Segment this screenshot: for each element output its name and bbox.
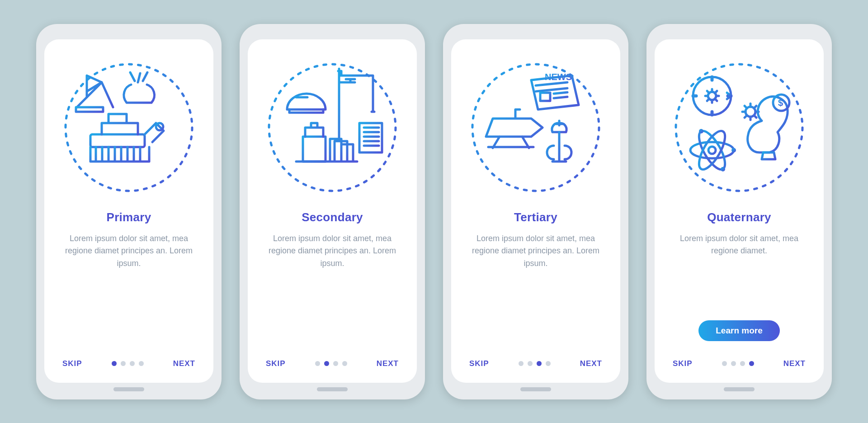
nav-row: SKIP NEXT <box>60 359 198 374</box>
home-indicator <box>113 387 144 391</box>
learn-more-button[interactable]: Learn more <box>698 320 779 341</box>
onboarding-screen: $ Quaternary Lorem ipsum dolor sit amet,… <box>655 39 824 383</box>
page-indicator <box>519 361 551 366</box>
primary-illustration-icon <box>59 57 199 198</box>
page-dot[interactable] <box>342 361 347 366</box>
skip-button[interactable]: SKIP <box>266 359 286 368</box>
nav-row: SKIP NEXT <box>263 359 401 374</box>
screen-description: Lorem ipsum dolor sit amet, mea regione … <box>670 233 808 258</box>
phone-notch <box>316 32 348 37</box>
home-indicator <box>520 387 551 391</box>
next-button[interactable]: NEXT <box>377 359 399 368</box>
nav-row: SKIP NEXT <box>467 359 605 374</box>
next-button[interactable]: NEXT <box>580 359 602 368</box>
page-dot[interactable] <box>722 361 727 366</box>
phone-mockup: NEWS Tertiary Lorem ipsum dolor sit amet… <box>443 24 628 399</box>
page-indicator <box>112 361 144 366</box>
page-dot[interactable] <box>519 361 524 366</box>
onboarding-screen: Secondary Lorem ipsum dolor sit amet, me… <box>248 39 417 383</box>
phone-notch <box>520 32 552 37</box>
page-indicator <box>722 361 754 366</box>
home-indicator <box>317 387 348 391</box>
svg-point-17 <box>690 142 734 158</box>
page-dot[interactable] <box>528 361 533 366</box>
next-button[interactable]: NEXT <box>783 359 806 368</box>
svg-point-11 <box>693 77 731 115</box>
tertiary-illustration-icon: NEWS <box>466 57 606 198</box>
phone-mockup: Primary Lorem ipsum dolor sit amet, mea … <box>36 24 222 399</box>
skip-button[interactable]: SKIP <box>673 359 693 368</box>
phone-mockup: Secondary Lorem ipsum dolor sit amet, me… <box>240 24 425 399</box>
page-dot[interactable] <box>333 361 338 366</box>
onboarding-screen: Primary Lorem ipsum dolor sit amet, mea … <box>44 39 213 383</box>
page-dot[interactable] <box>121 361 126 366</box>
skip-button[interactable]: SKIP <box>62 359 82 368</box>
screen-description: Lorem ipsum dolor sit amet, mea regione … <box>60 233 198 271</box>
screen-title: Tertiary <box>514 210 557 224</box>
svg-point-0 <box>66 64 192 191</box>
svg-point-16 <box>708 147 716 154</box>
screen-description: Lorem ipsum dolor sit amet, mea regione … <box>263 233 401 271</box>
nav-row: SKIP NEXT <box>670 359 808 374</box>
quaternary-illustration-icon: $ <box>669 57 809 198</box>
page-dot[interactable] <box>139 361 144 366</box>
phone-mockup: $ Quaternary Lorem ipsum dolor sit amet,… <box>646 24 832 399</box>
phone-notch <box>113 32 145 37</box>
page-dot[interactable] <box>740 361 745 366</box>
svg-text:NEWS: NEWS <box>545 72 572 82</box>
page-dot[interactable] <box>537 361 542 366</box>
phone-notch <box>723 32 755 37</box>
home-indicator <box>724 387 755 391</box>
page-indicator <box>315 361 347 366</box>
skip-button[interactable]: SKIP <box>469 359 489 368</box>
svg-point-22 <box>721 167 725 171</box>
svg-point-21 <box>699 129 703 133</box>
screen-title: Primary <box>107 210 151 224</box>
svg-rect-1 <box>76 107 103 112</box>
page-dot[interactable] <box>731 361 736 366</box>
screen-description: Lorem ipsum dolor sit amet, mea regione … <box>467 233 605 271</box>
svg-point-20 <box>731 148 736 152</box>
next-button[interactable]: NEXT <box>173 359 195 368</box>
screen-title: Quaternary <box>707 210 771 224</box>
secondary-illustration-icon <box>262 57 402 198</box>
page-dot[interactable] <box>315 361 320 366</box>
svg-point-7 <box>472 64 599 191</box>
svg-rect-8 <box>540 93 550 101</box>
screen-title: Secondary <box>302 210 363 224</box>
svg-rect-2 <box>90 134 145 147</box>
page-dot[interactable] <box>546 361 551 366</box>
page-dot[interactable] <box>130 361 135 366</box>
onboarding-screen: NEWS Tertiary Lorem ipsum dolor sit amet… <box>451 39 620 383</box>
svg-point-10 <box>676 64 802 191</box>
svg-rect-6 <box>303 137 326 162</box>
page-dot[interactable] <box>112 361 117 366</box>
svg-text:$: $ <box>778 98 783 108</box>
page-dot[interactable] <box>749 361 754 366</box>
page-dot[interactable] <box>324 361 329 366</box>
